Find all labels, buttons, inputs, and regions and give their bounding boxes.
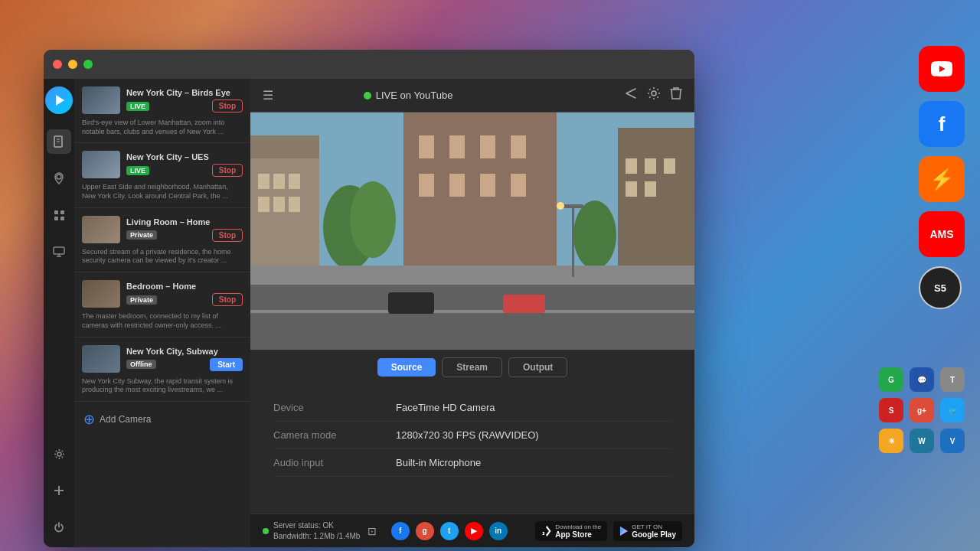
camera-thumb-4: [82, 280, 120, 308]
top-bar: ☰ LIVE on YouTube: [250, 79, 694, 112]
sidebar-item-location[interactable]: [47, 166, 71, 191]
camera-mode-property-row: Camera mode 980x551 30 FPS (RAWVIDEO): [273, 422, 671, 449]
audio-input-value: Built-in Microphone: [396, 457, 481, 468]
camera-thumb-2: [82, 151, 120, 178]
thunder-desktop-icon[interactable]: ⚡: [919, 156, 965, 202]
small-icon-sun[interactable]: ☀: [879, 429, 903, 453]
camera-start-btn-5[interactable]: Start: [210, 358, 243, 371]
small-s-label: S: [889, 406, 894, 415]
camera-stop-btn-2[interactable]: Stop: [212, 164, 243, 177]
appstore-badge[interactable]: Download on the App Store: [535, 521, 607, 541]
sidebar-item-book[interactable]: [47, 129, 71, 154]
svg-rect-21: [289, 174, 300, 189]
close-button[interactable]: [53, 60, 62, 69]
desktop-icons-right: f ⚡ AMS S5: [919, 46, 965, 309]
small-v-label: V: [950, 437, 956, 445]
app-logo[interactable]: [45, 86, 73, 114]
svg-rect-34: [480, 135, 495, 158]
svg-point-15: [652, 91, 656, 96]
small-g-label: G: [888, 376, 894, 384]
svg-rect-47: [250, 266, 694, 285]
svg-rect-50: [572, 204, 574, 277]
sidebar-item-monitor[interactable]: [47, 240, 71, 264]
menu-button[interactable]: ☰: [263, 88, 273, 103]
source-tab-button[interactable]: Source: [377, 358, 436, 377]
s5-icon-label: S5: [934, 282, 946, 294]
facebook-icon-letter: f: [939, 112, 946, 136]
ams-desktop-icon[interactable]: AMS: [919, 211, 965, 257]
social-facebook-btn[interactable]: f: [391, 522, 410, 540]
camera-status-3: Private: [126, 230, 157, 240]
small-icon-g[interactable]: G: [879, 367, 903, 392]
camera-stop-btn-4[interactable]: Stop: [212, 293, 243, 306]
settings-button[interactable]: [647, 86, 661, 104]
server-status-text: Server status: OK: [273, 520, 360, 531]
svg-rect-28: [664, 158, 675, 174]
svg-rect-9: [54, 247, 64, 254]
facebook-desktop-icon[interactable]: f: [919, 101, 965, 147]
camera-title-2: New York City – UES: [126, 152, 243, 161]
svg-rect-23: [273, 197, 285, 212]
camera-info-1: New York City – Birds Eye LIVE Stop: [126, 88, 243, 112]
svg-rect-8: [60, 217, 64, 220]
footer: Server status: OK Bandwidth: 1.2Mb /1.4M…: [250, 514, 694, 547]
social-twitter-btn[interactable]: t: [440, 522, 459, 540]
sidebar-item-settings[interactable]: [47, 442, 71, 466]
camera-item-4[interactable]: Bedroom – Home Private Stop The master b…: [74, 272, 250, 337]
svg-rect-29: [626, 181, 637, 197]
camera-item-1[interactable]: New York City – Birds Eye LIVE Stop Bird…: [74, 79, 250, 143]
svg-point-43: [573, 201, 616, 269]
small-icon-gplus[interactable]: g+: [910, 398, 934, 422]
sidebar-item-add[interactable]: [47, 478, 71, 503]
camera-item-2[interactable]: New York City – UES LIVE Stop Upper East…: [74, 143, 250, 207]
device-label: Device: [273, 402, 396, 413]
camera-thumb-1: [82, 86, 120, 114]
s5-desktop-icon[interactable]: S5: [919, 266, 962, 309]
add-camera-button[interactable]: ⊕ Add Camera: [74, 402, 250, 437]
svg-rect-45: [250, 281, 694, 350]
sidebar-item-power[interactable]: [47, 515, 71, 540]
main-content: New York City – Birds Eye LIVE Stop Bird…: [44, 79, 694, 547]
camera-stop-btn-3[interactable]: Stop: [212, 229, 243, 242]
svg-rect-19: [258, 174, 270, 189]
camera-stop-btn-1[interactable]: Stop: [212, 99, 243, 112]
small-icon-tw[interactable]: 🐦: [940, 398, 965, 422]
stream-tab-button[interactable]: Stream: [442, 357, 502, 377]
server-status-dot: [263, 528, 269, 534]
social-icons: f g t ▶ in: [391, 522, 508, 540]
output-tab-button[interactable]: Output: [508, 357, 567, 377]
svg-rect-6: [60, 210, 64, 214]
sidebar: [44, 79, 74, 547]
delete-button[interactable]: [670, 86, 682, 104]
audio-input-label: Audio input: [273, 457, 396, 468]
svg-rect-48: [388, 292, 434, 314]
camera-item-5[interactable]: New York City, Subway Offline Start New …: [74, 337, 250, 402]
social-gplus-btn[interactable]: g: [416, 522, 434, 540]
social-youtube-btn[interactable]: ▶: [465, 522, 483, 540]
svg-rect-30: [645, 181, 656, 197]
small-icon-s[interactable]: S: [879, 398, 903, 422]
small-icon-v[interactable]: V: [940, 429, 965, 453]
googleplay-badge[interactable]: GET IT ON Google Play: [613, 521, 682, 541]
app-window: New York City – Birds Eye LIVE Stop Bird…: [44, 50, 694, 547]
ams-icon-label: AMS: [929, 228, 953, 240]
camera-list: New York City – Birds Eye LIVE Stop Bird…: [74, 79, 250, 547]
camera-status-4: Private: [126, 295, 157, 305]
camera-desc-4: The master bedroom, connected to my list…: [82, 312, 243, 330]
small-gplus-label: g+: [917, 406, 926, 415]
sidebar-item-grid[interactable]: [47, 203, 71, 227]
thunder-icon-symbol: ⚡: [929, 168, 954, 191]
svg-rect-49: [503, 295, 545, 313]
small-icon-wp[interactable]: W: [910, 429, 934, 453]
small-icon-chat[interactable]: 💬: [910, 367, 934, 392]
appstore-main-text: App Store: [555, 530, 601, 539]
small-icon-t[interactable]: T: [940, 367, 965, 392]
small-sun-label: ☀: [888, 437, 895, 445]
minimize-button[interactable]: [68, 60, 77, 69]
youtube-desktop-icon[interactable]: [919, 46, 965, 92]
share-button[interactable]: [624, 86, 638, 104]
social-linkedin-btn[interactable]: in: [489, 522, 508, 540]
properties-panel: Device FaceTime HD Camera Camera mode 12…: [250, 385, 694, 514]
maximize-button[interactable]: [83, 60, 93, 69]
camera-item-3[interactable]: Living Room – Home Private Stop Secured …: [74, 208, 250, 272]
